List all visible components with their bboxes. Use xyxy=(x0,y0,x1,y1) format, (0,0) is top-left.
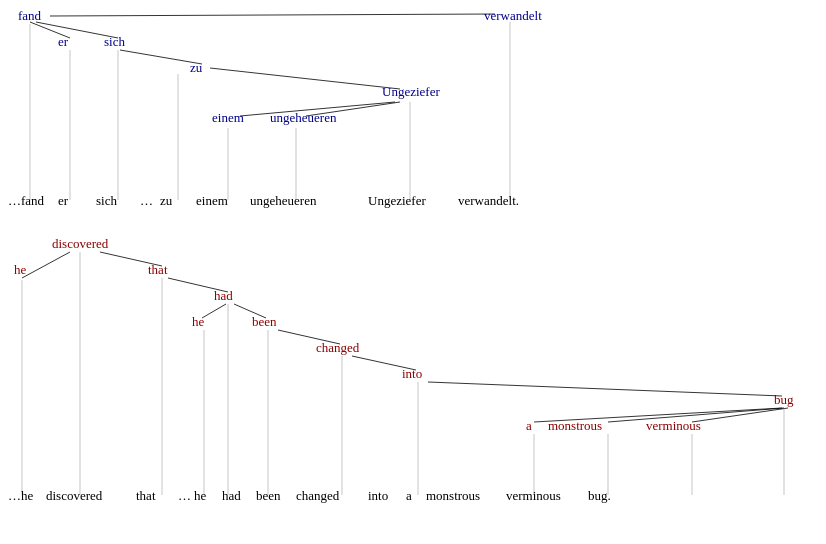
word-er-g: er xyxy=(58,34,68,50)
sentence-e-that: that xyxy=(136,488,156,504)
svg-line-4 xyxy=(210,68,400,89)
sentence-e-verminous: verminous xyxy=(506,488,561,504)
sentence-e-discovered: discovered xyxy=(46,488,102,504)
word-been: been xyxy=(252,314,277,330)
word-ungeheueren: ungeheueren xyxy=(270,110,336,126)
sentence-e-he: …he xyxy=(8,488,33,504)
word-monstrous: monstrous xyxy=(548,418,602,434)
sentence-e-bug: bug. xyxy=(588,488,611,504)
word-he2: he xyxy=(192,314,204,330)
sentence-e-changed: changed xyxy=(296,488,339,504)
svg-line-15 xyxy=(22,252,70,278)
sentence-e-he2: he xyxy=(194,488,206,504)
sentence-e-into: into xyxy=(368,488,388,504)
word-bug: bug xyxy=(774,392,794,408)
sentence-g-einem: einem xyxy=(196,193,228,209)
word-into: into xyxy=(402,366,422,382)
sentence-e-a: a xyxy=(406,488,412,504)
word-sich: sich xyxy=(104,34,125,50)
sentence-g-verwandelt: verwandelt. xyxy=(458,193,519,209)
word-that: that xyxy=(148,262,168,278)
sentence-e-been: been xyxy=(256,488,281,504)
sentence-g-ellipsis: … xyxy=(140,193,153,209)
sentence-g-ungeziefer: Ungeziefer xyxy=(368,193,426,209)
sentence-g-zu: zu xyxy=(160,193,172,209)
word-changed: changed xyxy=(316,340,359,356)
word-a: a xyxy=(526,418,532,434)
word-he-e: he xyxy=(14,262,26,278)
word-verminous: verminous xyxy=(646,418,701,434)
sentence-e-had: had xyxy=(222,488,241,504)
sentence-g-ungeheueren: ungeheueren xyxy=(250,193,316,209)
word-ungeziefer: Ungeziefer xyxy=(382,84,440,100)
svg-line-2 xyxy=(50,14,495,16)
word-fand: fand xyxy=(18,8,41,24)
word-had: had xyxy=(214,288,233,304)
sentence-e-monstrous: monstrous xyxy=(426,488,480,504)
word-verwandelt: verwandelt xyxy=(484,8,542,24)
svg-line-18 xyxy=(202,304,226,318)
sentence-e-ellipsis: … xyxy=(178,488,191,504)
word-einem: einem xyxy=(212,110,244,126)
sentence-g-fand: …fand xyxy=(8,193,44,209)
svg-line-25 xyxy=(692,408,788,422)
word-discovered: discovered xyxy=(52,236,108,252)
word-zu: zu xyxy=(190,60,202,76)
sentence-g-er: er xyxy=(58,193,68,209)
sentence-g-sich: sich xyxy=(96,193,117,209)
svg-line-22 xyxy=(428,382,782,396)
